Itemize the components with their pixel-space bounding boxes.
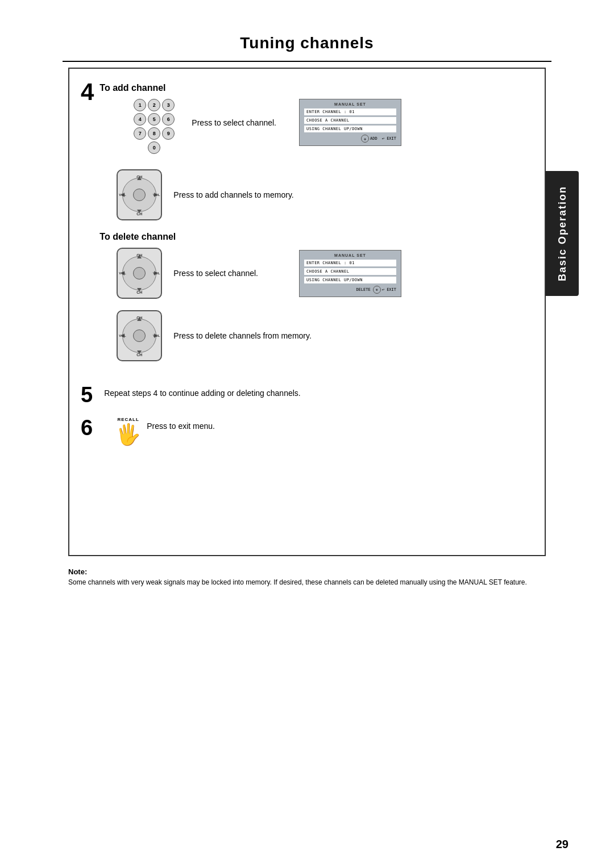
page-number: 29 (556, 838, 569, 851)
remote-delete-memory: CH AcTION VOL VOL CH (117, 310, 162, 361)
screen-delete: MANUAL SET ENTER CHANNEL : 01 CHOOSE A C… (299, 250, 401, 297)
step5-text: Repeat steps 4 to continue adding or del… (104, 384, 301, 398)
delete-memory-row: CH AcTION VOL VOL CH Press to delete cha… (117, 310, 401, 361)
screen-delete-nav: DELETE ⊕ ↩ EXIT (304, 286, 396, 294)
remote-ch-bottom-label3: CH (136, 353, 142, 357)
screen-add-nav-label: ADD (370, 136, 377, 141)
step6-number: 6 (81, 417, 93, 439)
screen-add-row2: CHOOSE A CHANNEL (304, 117, 396, 124)
numpad-btn-4[interactable]: 4 (134, 113, 146, 126)
screen-delete-nav-icon: ⊕ (373, 286, 381, 294)
screen-add-nav-icon: ⊕ (361, 135, 369, 143)
screen-delete-exit-label: ↩ EXIT (382, 287, 396, 292)
remote-vol-right-label: VOL (153, 193, 160, 197)
numpad-btn-7[interactable]: 7 (134, 127, 146, 140)
title-divider (63, 61, 551, 62)
add-to-memory-row: CH AcTION VOL VOL CH Press to add channe… (117, 169, 401, 220)
screen-add-nav: ⊕ ADD ↩ EXIT (304, 135, 396, 143)
screen-add: MANUAL SET ENTER CHANNEL : 01 CHOOSE A C… (299, 99, 401, 146)
side-tab-basic-operation: Basic Operation (546, 171, 579, 296)
delete-select-row: CH AcTION VOL VOL CH Press to sele (117, 248, 401, 299)
remote-center-btn3[interactable] (133, 329, 146, 342)
screen-delete-title: MANUAL SET (304, 253, 396, 257)
recall-button-area: RECALL 🖐 (115, 417, 141, 445)
screen-add-row3: USING CHANNEL UP/DOWN (304, 126, 396, 132)
delete-instruction1: Press to select channel. (173, 269, 288, 278)
step6-row: 6 RECALL 🖐 Press to exit menu. (81, 417, 528, 445)
screen-delete-row3: USING CHANNEL UP/DOWN (304, 277, 396, 283)
numpad-btn-2[interactable]: 2 (148, 99, 160, 111)
main-content-box: Basic Operation 4 To add channel 1 2 3 4… (68, 68, 546, 556)
screen-delete-row1: ENTER CHANNEL : 01 (304, 260, 396, 266)
remote-add: CH AcTION VOL VOL CH (117, 169, 162, 220)
note-section: Note: Some channels with very weak signa… (0, 567, 614, 586)
add-channel-header: To add channel (99, 83, 401, 93)
recall-label: RECALL (117, 417, 139, 422)
screen-add-exit-label: ↩ EXIT (382, 136, 396, 141)
remote-vol-right-label3: VOL (153, 334, 160, 337)
screen-add-row1: ENTER CHANNEL : 01 (304, 108, 396, 115)
numpad-btn-0[interactable]: 0 (148, 141, 160, 154)
add-instruction2: Press to add channels to memory. (173, 190, 401, 199)
step4-header: 4 To add channel 1 2 3 4 5 6 7 8 9 0 (81, 80, 528, 373)
remote-ch-bottom-label: CH (136, 212, 142, 216)
remote-delete-select: CH AcTION VOL VOL CH (117, 248, 162, 299)
remote-inner-ring (122, 178, 156, 212)
numpad-section: 1 2 3 4 5 6 7 8 9 0 Press to select chan… (117, 99, 401, 162)
remote-inner-ring2 (122, 256, 156, 290)
remote-vol-left-label: VOL (119, 193, 126, 197)
delete-channel-header: To delete channel (99, 232, 401, 242)
remote-vol-right-label2: VOL (153, 272, 160, 275)
screen-delete-nav-label: DELETE (356, 287, 370, 292)
screen-delete-row2: CHOOSE A CHANNEL (304, 268, 396, 275)
numpad-btn-1[interactable]: 1 (134, 99, 146, 111)
remote-ch-bottom-label2: CH (136, 290, 142, 294)
remote-vol-left-label3: VOL (119, 334, 126, 337)
step6-text: Press to exit menu. (147, 417, 215, 431)
remote-center-btn2[interactable] (133, 267, 146, 279)
delete-instruction2: Press to delete channels from memory. (173, 331, 401, 340)
add-instruction1: Press to select channel. (192, 118, 276, 127)
remote-vol-left-label2: VOL (119, 272, 126, 275)
step5-number: 5 (81, 384, 93, 406)
numpad: 1 2 3 4 5 6 7 8 9 0 (134, 99, 175, 154)
remote-inner-ring3 (122, 319, 156, 353)
hand-icon: 🖐 (115, 424, 141, 445)
numpad-btn-8[interactable]: 8 (148, 127, 160, 140)
numpad-btn-6[interactable]: 6 (162, 113, 175, 126)
numpad-btn-3[interactable]: 3 (162, 99, 175, 111)
page-title: Tuning channels (0, 0, 614, 61)
screen-add-title: MANUAL SET (304, 102, 396, 106)
note-title: Note: (68, 567, 546, 576)
note-text: Some channels with very weak signals may… (68, 578, 546, 586)
numpad-btn-9[interactable]: 9 (162, 127, 175, 140)
step5-row: 5 Repeat steps 4 to continue adding or d… (81, 384, 528, 406)
remote-center-btn[interactable] (133, 189, 146, 201)
step4-number: 4 (81, 80, 94, 104)
numpad-btn-5[interactable]: 5 (148, 113, 160, 126)
